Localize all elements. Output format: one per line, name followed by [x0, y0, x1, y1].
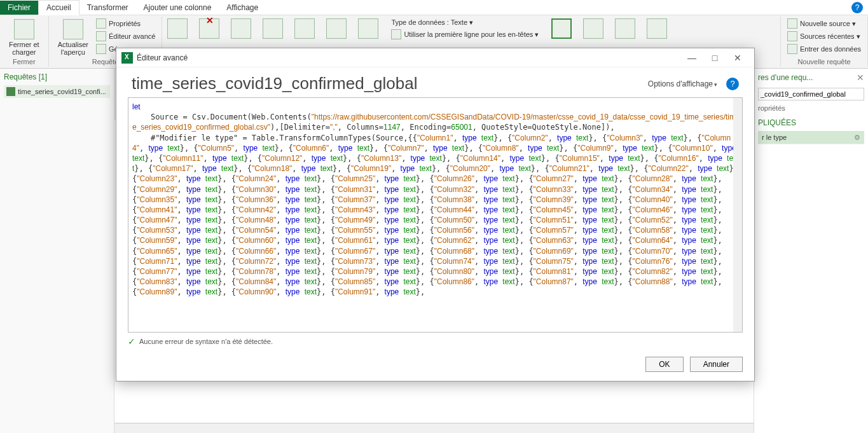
- editor-scrollbar[interactable]: [733, 98, 742, 332]
- query-item[interactable]: time_series_covid19_confi...: [4, 85, 110, 98]
- generic-icon-4[interactable]: [263, 18, 283, 39]
- close-panel-icon[interactable]: ✕: [857, 72, 864, 83]
- maximize-button[interactable]: □: [703, 53, 726, 63]
- ok-button[interactable]: OK: [645, 357, 683, 372]
- generic-icon-3[interactable]: [231, 18, 251, 39]
- generic-icon-9[interactable]: [583, 18, 603, 39]
- query-name-input[interactable]: [758, 88, 864, 100]
- help-icon[interactable]: ?: [851, 2, 863, 13]
- step-item[interactable]: r le type ⚙: [758, 131, 864, 144]
- minimize-button[interactable]: —: [680, 53, 703, 63]
- table-icon: [391, 29, 401, 39]
- tab-transform[interactable]: Transformer: [79, 1, 136, 15]
- query-item-label: time_series_covid19_confi...: [18, 88, 106, 95]
- horizontal-scrollbar[interactable]: [114, 423, 754, 433]
- dialog-title: Éditeur avancé: [137, 53, 680, 62]
- dialog-help-icon[interactable]: ?: [726, 78, 739, 90]
- all-properties-link[interactable]: ropriétés: [758, 104, 864, 112]
- generic-icon-2[interactable]: ✕: [199, 18, 219, 39]
- table-icon: [6, 87, 15, 96]
- generic-icon-1[interactable]: [167, 18, 188, 39]
- enter-data-button[interactable]: Entrer des données: [786, 43, 862, 55]
- properties-icon: [96, 18, 106, 29]
- new-source-icon: [787, 18, 797, 29]
- cancel-button[interactable]: Annuler: [690, 357, 743, 372]
- editor-icon: [96, 31, 106, 41]
- check-icon: ✓: [128, 336, 135, 347]
- queries-panel-title: Requêtes [1]: [4, 72, 110, 81]
- generic-icon-11[interactable]: [647, 18, 667, 39]
- close-button[interactable]: ✕: [726, 53, 749, 63]
- code-editor[interactable]: let Source = Csv.Document(Web.Contents("…: [128, 97, 743, 333]
- tab-add-column[interactable]: Ajouter une colonne: [136, 1, 219, 15]
- advanced-editor-button[interactable]: Éditeur avancé: [95, 31, 156, 42]
- gear-icon[interactable]: ⚙: [854, 134, 860, 142]
- dialog-heading: time_series_covid19_confirmed_global: [132, 74, 417, 93]
- recent-sources-button[interactable]: Sources récentes ▾: [786, 31, 862, 42]
- close-load-icon: [14, 19, 34, 39]
- enter-data-icon: [787, 44, 797, 54]
- syntax-status: Aucune erreur de syntaxe n'a été détecté…: [139, 338, 273, 345]
- query-settings-title: res d'une requ...: [758, 73, 813, 82]
- manage-icon: [96, 44, 106, 54]
- generic-icon-6[interactable]: [326, 18, 347, 39]
- generic-icon-7[interactable]: [358, 18, 378, 39]
- generic-icon-10[interactable]: [615, 18, 635, 39]
- generic-icon-5[interactable]: [294, 18, 315, 39]
- excel-icon: [121, 52, 133, 64]
- first-row-headers-button[interactable]: Utiliser la première ligne pour les en-t…: [390, 29, 540, 40]
- close-load-button[interactable]: Fermer et charger: [5, 18, 43, 57]
- properties-button[interactable]: Propriétés: [95, 18, 156, 29]
- advanced-editor-dialog: Éditeur avancé — □ ✕ time_series_covid19…: [116, 48, 755, 381]
- tab-file[interactable]: Fichier: [0, 1, 38, 15]
- refresh-preview-button[interactable]: Actualiser l'aperçu: [54, 18, 92, 57]
- new-source-button[interactable]: Nouvelle source ▾: [786, 18, 862, 29]
- refresh-icon: [63, 19, 83, 39]
- group-new-query-label: Nouvelle requête: [786, 58, 862, 65]
- tab-home[interactable]: Accueil: [38, 0, 79, 15]
- datatype-dropdown[interactable]: Type de données : Texte ▾: [390, 18, 540, 27]
- display-options-dropdown[interactable]: Options d'affichage: [648, 79, 717, 88]
- generic-icon-8[interactable]: [551, 18, 572, 39]
- group-close-label: Fermer: [5, 58, 43, 65]
- tab-view[interactable]: Affichage: [219, 1, 266, 15]
- recent-sources-icon: [787, 31, 797, 41]
- applied-steps-title: PLIQUÉES: [758, 118, 864, 127]
